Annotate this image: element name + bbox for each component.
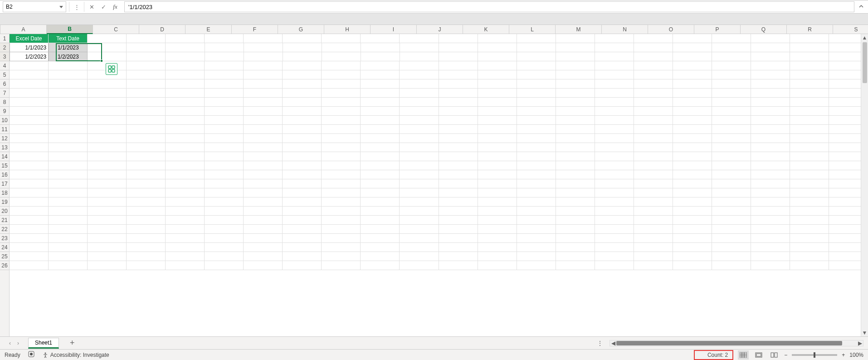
cell-N22[interactable] [517,225,556,234]
cell-Q4[interactable] [634,61,673,70]
cell-H19[interactable] [283,197,322,207]
cell-F14[interactable] [205,152,244,161]
cell-H18[interactable] [283,188,322,197]
cell-U8[interactable] [790,98,829,107]
cell-J11[interactable] [361,125,400,134]
cell-B2[interactable]: 1/1/2023 [49,43,88,52]
cell-I9[interactable] [322,107,361,116]
cell-J10[interactable] [361,116,400,125]
cell-J2[interactable] [361,43,400,52]
cell-C6[interactable] [88,79,127,89]
row-header-19[interactable]: 19 [0,197,9,207]
cell-L20[interactable] [439,207,478,216]
cell-M13[interactable] [478,143,517,152]
cell-A9[interactable] [10,107,49,116]
cell-M23[interactable] [478,234,517,243]
cell-D14[interactable] [127,152,166,161]
cell-S15[interactable] [712,161,751,170]
row-header-13[interactable]: 13 [0,143,9,152]
cell-O12[interactable] [556,134,595,143]
cell-S8[interactable] [712,98,751,107]
cell-M2[interactable] [478,43,517,52]
cell-A13[interactable] [10,143,49,152]
cell-N24[interactable] [517,243,556,252]
cell-F25[interactable] [205,252,244,261]
cell-Q15[interactable] [634,161,673,170]
cell-I19[interactable] [322,197,361,207]
cell-J26[interactable] [361,261,400,270]
cell-M7[interactable] [478,89,517,98]
cell-A18[interactable] [10,188,49,197]
cell-A11[interactable] [10,125,49,134]
cell-L17[interactable] [439,179,478,188]
cell-R22[interactable] [673,225,712,234]
cell-K7[interactable] [400,89,439,98]
cell-U18[interactable] [790,188,829,197]
cell-A22[interactable] [10,225,49,234]
cell-S23[interactable] [712,234,751,243]
cell-R24[interactable] [673,243,712,252]
cell-I26[interactable] [322,261,361,270]
cell-U6[interactable] [790,79,829,89]
vertical-scrollbar[interactable]: ▲ ▼ [861,34,868,336]
cell-K24[interactable] [400,243,439,252]
cell-C21[interactable] [88,216,127,225]
cell-P22[interactable] [595,225,634,234]
cell-S21[interactable] [712,216,751,225]
cell-U1[interactable] [790,34,829,43]
cell-J6[interactable] [361,79,400,89]
cell-R16[interactable] [673,170,712,179]
cell-O2[interactable] [556,43,595,52]
column-header-H[interactable]: H [324,25,371,34]
cell-A26[interactable] [10,261,49,270]
cell-N26[interactable] [517,261,556,270]
cell-U20[interactable] [790,207,829,216]
cell-C14[interactable] [88,152,127,161]
cell-I12[interactable] [322,134,361,143]
cell-B4[interactable] [49,61,88,70]
cell-Q21[interactable] [634,216,673,225]
cell-S3[interactable] [712,52,751,61]
cell-J3[interactable] [361,52,400,61]
cell-O1[interactable] [556,34,595,43]
column-header-R[interactable]: R [787,25,833,34]
cell-J19[interactable] [361,197,400,207]
cell-J15[interactable] [361,161,400,170]
cell-N2[interactable] [517,43,556,52]
zoom-slider-knob[interactable] [814,352,815,358]
cell-I7[interactable] [322,89,361,98]
cell-A14[interactable] [10,152,49,161]
cell-I1[interactable] [322,34,361,43]
cell-D20[interactable] [127,207,166,216]
cell-U24[interactable] [790,243,829,252]
cell-J12[interactable] [361,134,400,143]
cell-B1[interactable]: Text Date [49,34,88,43]
cell-M25[interactable] [478,252,517,261]
cell-K1[interactable] [400,34,439,43]
formula-input[interactable]: '1/1/2023 [124,1,854,12]
cell-R6[interactable] [673,79,712,89]
row-header-5[interactable]: 5 [0,70,9,79]
cell-G19[interactable] [244,197,283,207]
cell-U26[interactable] [790,261,829,270]
cell-O5[interactable] [556,70,595,79]
cell-K12[interactable] [400,134,439,143]
cell-J13[interactable] [361,143,400,152]
cell-R10[interactable] [673,116,712,125]
cell-C24[interactable] [88,243,127,252]
column-header-Q[interactable]: Q [741,25,787,34]
cell-Q14[interactable] [634,152,673,161]
cell-J14[interactable] [361,152,400,161]
cell-N20[interactable] [517,207,556,216]
cell-M15[interactable] [478,161,517,170]
cell-I11[interactable] [322,125,361,134]
cell-G24[interactable] [244,243,283,252]
cell-G5[interactable] [244,70,283,79]
cell-A20[interactable] [10,207,49,216]
cell-F23[interactable] [205,234,244,243]
cell-K25[interactable] [400,252,439,261]
cell-B3[interactable]: 1/2/2023 [49,52,88,61]
cell-K14[interactable] [400,152,439,161]
cell-F17[interactable] [205,179,244,188]
cell-E6[interactable] [166,79,205,89]
